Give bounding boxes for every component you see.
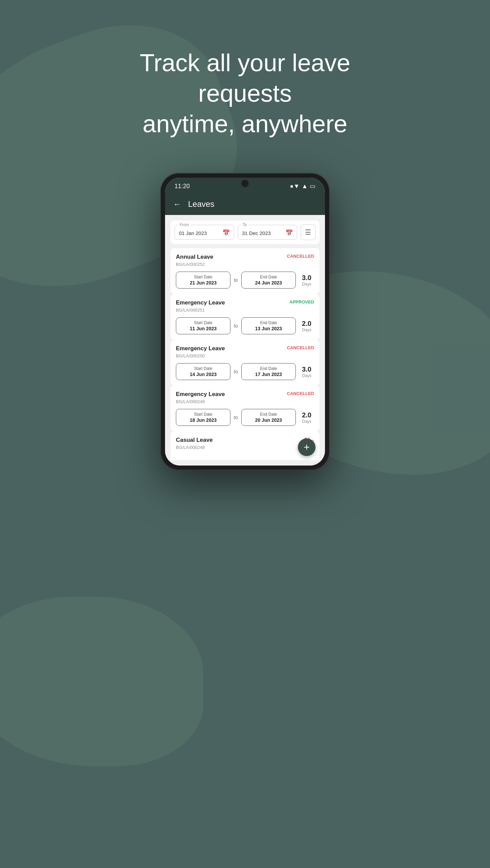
days-info: 2.0 Days bbox=[299, 411, 314, 424]
days-info: 3.0 Days bbox=[299, 366, 314, 378]
leave-ref: BG/LA/000249 bbox=[176, 399, 314, 404]
end-date-label: End Date bbox=[246, 320, 291, 325]
wifi-icon: ●▼ bbox=[290, 183, 300, 190]
days-value: 2.0 bbox=[299, 411, 314, 419]
leave-card[interactable]: Casual LeaveCA...BG/LA/000248 bbox=[170, 431, 320, 460]
end-date-label: End Date bbox=[246, 275, 291, 279]
start-date-box: Start Date 14 Jun 2023 bbox=[176, 363, 230, 380]
leave-dates-row: Start Date 18 Jun 2023 to End Date 20 Ju… bbox=[176, 409, 314, 426]
end-date-label: End Date bbox=[246, 366, 291, 371]
days-info: 3.0 Days bbox=[299, 274, 314, 287]
end-date-box: End Date 13 Jun 2023 bbox=[241, 317, 296, 334]
date-filter-row: From 01 Jan 2023 📅 To 31 Dec 2023 📅 ☰ bbox=[170, 220, 320, 244]
status-icons: ●▼ ▲ ▭ bbox=[290, 182, 315, 190]
days-label: Days bbox=[299, 419, 314, 424]
days-info: 2.0 Days bbox=[299, 320, 314, 332]
headline-line2: anytime, anywhere bbox=[143, 110, 347, 137]
phone-screen: 11:20 ●▼ ▲ ▭ ← Leaves From 01 Jan 2023 📅 bbox=[165, 178, 325, 466]
leave-type-label: Emergency Leave bbox=[176, 345, 225, 352]
days-value: 3.0 bbox=[299, 366, 314, 373]
start-date-box: Start Date 21 Jun 2023 bbox=[176, 272, 230, 289]
end-date-value: 17 Jun 2023 bbox=[246, 372, 291, 377]
end-date-value: 20 Jun 2023 bbox=[246, 417, 291, 423]
days-label: Days bbox=[299, 328, 314, 332]
start-date-label: Start Date bbox=[180, 412, 226, 417]
leave-card-header: Emergency LeaveAPPROVED bbox=[176, 299, 314, 306]
to-connector: to bbox=[234, 323, 238, 329]
end-date-box: End Date 17 Jun 2023 bbox=[241, 363, 296, 380]
leave-status-badge: CANCELLED bbox=[287, 254, 314, 259]
end-date-box: End Date 20 Jun 2023 bbox=[241, 409, 296, 426]
days-label: Days bbox=[299, 373, 314, 378]
leave-card[interactable]: Emergency LeaveCANCELLEDBG/LA/000250 Sta… bbox=[170, 340, 320, 386]
headline-line1: Track all your leave requests bbox=[140, 49, 350, 107]
start-date-value: 18 Jun 2023 bbox=[180, 417, 226, 423]
status-time: 11:20 bbox=[175, 183, 190, 190]
end-date-box: End Date 24 Jun 2023 bbox=[241, 272, 296, 289]
to-label: To bbox=[241, 222, 248, 227]
app-bar: ← Leaves bbox=[165, 193, 325, 215]
headline: Track all your leave requests anytime, a… bbox=[93, 47, 397, 139]
from-date-input[interactable]: From 01 Jan 2023 📅 bbox=[175, 225, 234, 240]
filter-icon: ☰ bbox=[305, 228, 311, 236]
leave-card-header: Casual LeaveCA... bbox=[176, 437, 314, 443]
phone-camera bbox=[242, 180, 248, 186]
leave-card[interactable]: Emergency LeaveAPPROVEDBG/LA/000251 Star… bbox=[170, 294, 320, 340]
phone-frame: 11:20 ●▼ ▲ ▭ ← Leaves From 01 Jan 2023 📅 bbox=[160, 173, 330, 470]
filter-button[interactable]: ☰ bbox=[301, 224, 315, 240]
start-date-box: Start Date 11 Jun 2023 bbox=[176, 317, 230, 334]
leave-card[interactable]: Emergency LeaveCANCELLEDBG/LA/000249 Sta… bbox=[170, 386, 320, 431]
leave-status-badge: CANCELLED bbox=[287, 345, 314, 350]
end-date-label: End Date bbox=[246, 412, 291, 417]
to-connector: to bbox=[234, 277, 238, 283]
leave-card[interactable]: Annual LeaveCANCELLEDBG/LA/000252 Start … bbox=[170, 248, 320, 294]
days-value: 2.0 bbox=[299, 320, 314, 328]
leave-dates-row: Start Date 11 Jun 2023 to End Date 13 Ju… bbox=[176, 317, 314, 334]
leave-type-label: Emergency Leave bbox=[176, 391, 225, 398]
leave-ref: BG/LA/000251 bbox=[176, 308, 314, 313]
main-content: From 01 Jan 2023 📅 To 31 Dec 2023 📅 ☰ bbox=[165, 215, 325, 466]
leave-type-label: Emergency Leave bbox=[176, 299, 225, 306]
start-date-value: 14 Jun 2023 bbox=[180, 372, 226, 377]
leave-dates-row: Start Date 21 Jun 2023 to End Date 24 Ju… bbox=[176, 272, 314, 289]
leave-dates-row: Start Date 14 Jun 2023 to End Date 17 Ju… bbox=[176, 363, 314, 380]
start-date-value: 21 Jun 2023 bbox=[180, 280, 226, 285]
start-date-label: Start Date bbox=[180, 320, 226, 325]
leave-card-header: Emergency LeaveCANCELLED bbox=[176, 345, 314, 352]
bg-decoration-3 bbox=[0, 597, 203, 766]
end-date-value: 13 Jun 2023 bbox=[246, 326, 291, 331]
leave-card-header: Emergency LeaveCANCELLED bbox=[176, 391, 314, 398]
start-date-label: Start Date bbox=[180, 275, 226, 279]
signal-icon: ▲ bbox=[302, 183, 308, 190]
end-date-value: 24 Jun 2023 bbox=[246, 280, 291, 285]
leave-status-badge: APPROVED bbox=[289, 299, 314, 304]
days-label: Days bbox=[299, 282, 314, 287]
leave-ref: BG/LA/000248 bbox=[176, 445, 314, 450]
add-leave-fab[interactable]: + bbox=[298, 438, 315, 456]
to-date-input[interactable]: To 31 Dec 2023 📅 bbox=[238, 225, 297, 240]
leave-cards-list: Annual LeaveCANCELLEDBG/LA/000252 Start … bbox=[170, 248, 320, 460]
to-connector: to bbox=[234, 415, 238, 420]
from-label: From bbox=[178, 222, 190, 227]
from-date-value: 01 Jan 2023 bbox=[179, 230, 207, 236]
leave-ref: BG/LA/000252 bbox=[176, 262, 314, 267]
start-date-value: 11 Jun 2023 bbox=[180, 326, 226, 331]
leave-card-header: Annual LeaveCANCELLED bbox=[176, 254, 314, 260]
days-value: 3.0 bbox=[299, 274, 314, 282]
start-date-label: Start Date bbox=[180, 366, 226, 371]
to-connector: to bbox=[234, 369, 238, 374]
battery-icon: ▭ bbox=[310, 182, 315, 190]
to-calendar-icon: 📅 bbox=[285, 229, 293, 237]
page-title: Leaves bbox=[188, 199, 214, 209]
back-button[interactable]: ← bbox=[173, 199, 181, 209]
leave-type-label: Annual Leave bbox=[176, 254, 213, 260]
leave-ref: BG/LA/000250 bbox=[176, 353, 314, 358]
start-date-box: Start Date 18 Jun 2023 bbox=[176, 409, 230, 426]
from-calendar-icon: 📅 bbox=[222, 229, 230, 237]
leave-status-badge: CANCELLED bbox=[287, 391, 314, 396]
leave-type-label: Casual Leave bbox=[176, 437, 213, 443]
to-date-value: 31 Dec 2023 bbox=[242, 230, 271, 236]
